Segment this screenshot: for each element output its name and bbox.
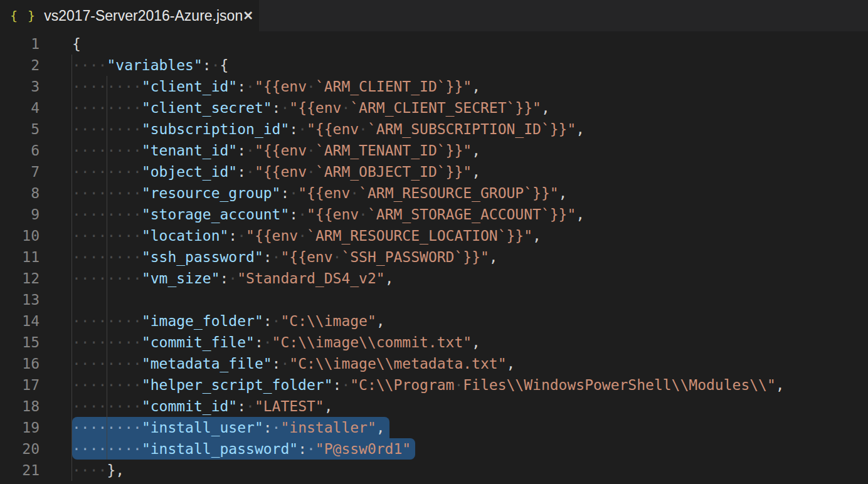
- code-line-text: ····"variables":·{: [40, 55, 228, 76]
- json-string-value: "Standard_DS4_v2": [237, 270, 384, 287]
- whitespace: ····: [72, 462, 107, 478]
- line-number[interactable]: 21: [0, 460, 40, 481]
- whitespace: ·: [228, 270, 237, 287]
- code-line[interactable]: 14········"image_folder":·"C:\\image",: [0, 310, 868, 332]
- code-line[interactable]: 1{: [0, 33, 868, 55]
- code-line-text: ········"storage_account":·"{{env·`ARM_S…: [40, 204, 585, 225]
- punctuation: ,: [376, 419, 385, 436]
- line-number[interactable]: 10: [0, 225, 40, 246]
- punctuation: :: [272, 100, 281, 116]
- tab-title: vs2017-Server2016-Azure.json: [44, 8, 243, 24]
- code-line[interactable]: 11········"ssh_password":·"{{env·`SSH_PA…: [0, 246, 868, 268]
- punctuation: :: [237, 78, 246, 95]
- line-number[interactable]: 5: [0, 118, 40, 140]
- whitespace: ·: [211, 57, 220, 73]
- tab-json-file[interactable]: { } vs2017-Server2016-Azure.json ✕: [0, 0, 259, 31]
- line-number[interactable]: 9: [0, 204, 40, 225]
- punctuation: :: [263, 313, 272, 329]
- json-string-value: "{{env·`ARM_CLIENT_SECRET`}}": [289, 100, 541, 116]
- line-number[interactable]: 3: [0, 76, 40, 97]
- punctuation: :: [237, 164, 246, 180]
- json-key: "storage_account": [142, 206, 289, 223]
- code-line[interactable]: 6········"tenant_id":·"{{env·`ARM_TENANT…: [0, 140, 868, 161]
- line-number[interactable]: 19: [0, 417, 40, 438]
- tab-close-icon[interactable]: ✕: [243, 9, 253, 22]
- code-line[interactable]: 12········"vm_size":·"Standard_DS4_v2",: [0, 268, 868, 289]
- punctuation: ,: [385, 270, 394, 287]
- code-line[interactable]: 10········"location":·"{{env·`ARM_RESOUR…: [0, 225, 868, 246]
- line-number[interactable]: 17: [0, 374, 40, 396]
- line-number[interactable]: 14: [0, 310, 40, 332]
- line-number[interactable]: 13: [0, 289, 40, 310]
- whitespace: ········: [72, 142, 142, 159]
- code-line[interactable]: 18········"commit_id":·"LATEST",: [0, 396, 868, 417]
- code-line[interactable]: 8········"resource_group":·"{{env·`ARM_R…: [0, 182, 868, 204]
- punctuation: ,: [576, 206, 585, 223]
- code-line-text: ····},: [40, 460, 124, 481]
- code-line[interactable]: 17········"helper_script_folder":·"C:\\P…: [0, 374, 868, 396]
- whitespace: ·: [246, 164, 255, 180]
- punctuation: ,: [472, 78, 480, 95]
- code-line[interactable]: 7········"object_id":·"{{env·`ARM_OBJECT…: [0, 161, 868, 182]
- code-line-text: ········"object_id":·"{{env·`ARM_OBJECT_…: [40, 161, 480, 182]
- whitespace: ·: [272, 313, 281, 329]
- line-number[interactable]: 16: [0, 353, 40, 374]
- line-number[interactable]: 18: [0, 396, 40, 417]
- punctuation: ,: [472, 164, 480, 180]
- line-number[interactable]: 7: [0, 161, 40, 182]
- json-key: "metadata_file": [142, 355, 272, 372]
- line-number[interactable]: 6: [0, 140, 40, 161]
- punctuation: :: [255, 334, 263, 350]
- punctuation: :: [237, 142, 246, 159]
- code-editor[interactable]: 1{2····"variables":·{3········"client_id…: [0, 31, 868, 481]
- code-line[interactable]: 15········"commit_file":·"C:\\image\\com…: [0, 332, 868, 353]
- json-key: "client_id": [142, 78, 237, 95]
- code-line[interactable]: 9········"storage_account":·"{{env·`ARM_…: [0, 204, 868, 225]
- whitespace: ·: [280, 100, 289, 116]
- json-string-value: "C:\\Program·Files\\WindowsPowerShell\\M…: [350, 377, 776, 393]
- json-key: "vm_size": [142, 270, 220, 287]
- whitespace: ·: [272, 249, 281, 265]
- line-number[interactable]: 1: [0, 33, 40, 55]
- punctuation: ,: [489, 249, 498, 265]
- whitespace: ········: [72, 249, 142, 265]
- json-string-value: "{{env·`ARM_RESOURCE_LOCATION`}}": [246, 228, 532, 244]
- punctuation: :: [237, 398, 246, 414]
- whitespace: ····: [72, 57, 107, 73]
- code-line[interactable]: 21····},: [0, 460, 868, 481]
- whitespace: ·: [298, 206, 307, 223]
- json-key: "commit_file": [142, 334, 255, 350]
- json-key: "object_id": [142, 164, 237, 180]
- json-string-value: "{{env·`ARM_STORAGE_ACCOUNT`}}": [307, 206, 576, 223]
- json-string-value: "C:\\image": [280, 313, 376, 329]
- code-line[interactable]: 16········"metadata_file":·"C:\\image\\m…: [0, 353, 868, 374]
- code-line[interactable]: 2····"variables":·{: [0, 55, 868, 76]
- line-number[interactable]: 12: [0, 268, 40, 289]
- punctuation: :: [289, 121, 298, 137]
- json-key: "variables": [107, 57, 202, 73]
- code-line[interactable]: 13: [0, 289, 868, 310]
- line-number[interactable]: 4: [0, 97, 40, 118]
- code-line-text: ········"tenant_id":·"{{env·`ARM_TENANT_…: [40, 140, 480, 161]
- whitespace: ·: [289, 185, 298, 201]
- code-line[interactable]: 20········"install_password":·"P@ssw0rd1…: [0, 438, 868, 460]
- whitespace: ········: [72, 419, 142, 436]
- whitespace: ········: [72, 334, 142, 350]
- code-line[interactable]: 3········"client_id":·"{{env·`ARM_CLIENT…: [0, 76, 868, 97]
- line-number[interactable]: 20: [0, 438, 40, 460]
- code-line-text: ········"location":·"{{env·`ARM_RESOURCE…: [40, 225, 541, 246]
- json-key: "location": [142, 228, 228, 244]
- line-number[interactable]: 2: [0, 55, 40, 76]
- punctuation: {: [72, 36, 81, 52]
- whitespace: ········: [72, 78, 142, 95]
- line-number[interactable]: 11: [0, 246, 40, 268]
- line-number[interactable]: 15: [0, 332, 40, 353]
- whitespace: ·: [272, 419, 281, 436]
- code-line[interactable]: 5········"subscription_id":·"{{env·`ARM_…: [0, 118, 868, 140]
- json-key: "subscription_id": [142, 121, 289, 137]
- line-number[interactable]: 8: [0, 182, 40, 204]
- code-line-text: ········"metadata_file":·"C:\\image\\met…: [40, 353, 515, 374]
- json-key: "install_user": [142, 419, 263, 436]
- code-line[interactable]: 4········"client_secret":·"{{env·`ARM_CL…: [0, 97, 868, 118]
- code-line[interactable]: 19········"install_user":·"installer",: [0, 417, 868, 438]
